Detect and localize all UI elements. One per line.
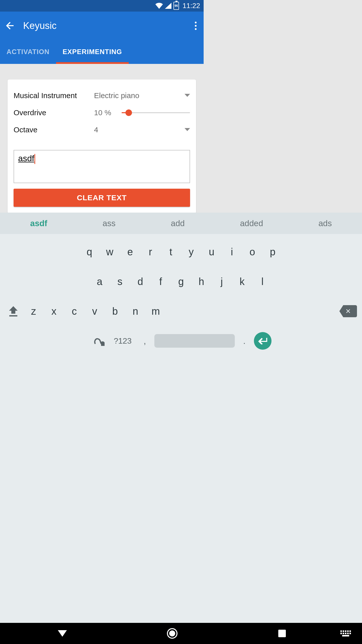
- text-field-container: asdf: [14, 150, 190, 183]
- symbols-key[interactable]: ?123: [110, 330, 135, 352]
- key-h[interactable]: h: [191, 270, 204, 293]
- key-d[interactable]: d: [130, 270, 151, 293]
- overdrive-row: Overdrive 10 %: [14, 104, 190, 121]
- wifi-icon: [155, 3, 163, 9]
- chevron-down-icon: [185, 128, 190, 132]
- key-e[interactable]: e: [120, 240, 140, 263]
- clear-text-button[interactable]: CLEAR TEXT: [14, 189, 190, 207]
- key-m[interactable]: m: [146, 300, 166, 323]
- suggestion-0[interactable]: asdf: [30, 219, 47, 228]
- instrument-label: Musical Instrument: [14, 91, 92, 100]
- text-caret: [34, 154, 35, 164]
- octave-dropdown[interactable]: 4: [92, 126, 190, 134]
- key-b[interactable]: b: [105, 300, 125, 323]
- slider-thumb[interactable]: [125, 109, 132, 116]
- battery-level: 96: [174, 4, 178, 8]
- text-input-value: asdf: [18, 153, 34, 163]
- back-button[interactable]: [5, 21, 15, 31]
- more-vert-icon: [195, 22, 197, 30]
- overdrive-label: Overdrive: [14, 108, 92, 117]
- key-u[interactable]: u: [201, 240, 204, 263]
- key-t[interactable]: t: [161, 240, 181, 263]
- keyboard-suggestions: asdf ass add added ads: [0, 213, 204, 234]
- octave-row: Octave 4: [14, 121, 190, 138]
- shift-underline-icon: [9, 315, 17, 316]
- key-a[interactable]: a: [89, 270, 110, 293]
- key-f[interactable]: f: [151, 270, 171, 293]
- chevron-down-icon: [185, 94, 190, 97]
- key-q[interactable]: q: [79, 240, 100, 263]
- octave-value: 4: [94, 126, 98, 134]
- suggestion-2[interactable]: add: [171, 219, 185, 228]
- overdrive-slider[interactable]: [122, 112, 190, 113]
- overdrive-control: 10 %: [92, 108, 190, 117]
- instrument-row: Musical Instrument Electric piano: [14, 87, 190, 104]
- gesture-icon: [94, 336, 105, 346]
- gesture-typing-key[interactable]: [90, 330, 108, 352]
- key-r[interactable]: r: [140, 240, 161, 263]
- overdrive-value: 10 %: [94, 108, 111, 117]
- spacebar-key[interactable]: [154, 334, 204, 348]
- text-input[interactable]: asdf: [14, 150, 190, 183]
- comma-key[interactable]: ,: [137, 330, 152, 352]
- key-y[interactable]: y: [181, 240, 201, 263]
- tab-bar: ACTIVATION EXPERIMENTING: [0, 40, 204, 64]
- shift-icon: [9, 306, 18, 314]
- clock: 11:22: [183, 2, 200, 10]
- key-w[interactable]: w: [100, 240, 120, 263]
- key-row-4: ?123 , .: [0, 328, 204, 354]
- soft-keyboard: q w e r t y u i o p a s d f g h j k l z …: [0, 234, 204, 362]
- key-row-1: q w e r t y u i o p: [0, 238, 204, 265]
- tab-experimenting[interactable]: EXPERIMENTING: [56, 40, 129, 64]
- shift-key[interactable]: [3, 300, 23, 323]
- instrument-dropdown[interactable]: Electric piano: [92, 91, 190, 100]
- key-row-2: a s d f g h j k l: [0, 268, 204, 295]
- key-v[interactable]: v: [84, 300, 105, 323]
- key-x[interactable]: x: [44, 300, 64, 323]
- content-area: Musical Instrument Electric piano Overdr…: [0, 64, 204, 213]
- settings-card: Musical Instrument Electric piano Overdr…: [8, 79, 196, 213]
- key-c[interactable]: c: [64, 300, 84, 323]
- overflow-menu-button[interactable]: [193, 20, 199, 32]
- instrument-value: Electric piano: [94, 91, 139, 100]
- app-title: Keyusic: [23, 20, 57, 31]
- cell-signal-icon: [165, 3, 171, 9]
- key-s[interactable]: s: [110, 270, 130, 293]
- tab-activation[interactable]: ACTIVATION: [0, 40, 56, 64]
- suggestion-1[interactable]: ass: [103, 219, 115, 228]
- key-g[interactable]: g: [171, 270, 191, 293]
- key-n[interactable]: n: [125, 300, 146, 323]
- app-bar: Keyusic: [0, 12, 204, 40]
- battery-icon: 96: [173, 2, 179, 10]
- key-z[interactable]: z: [23, 300, 44, 323]
- key-row-3: z x c v b n m ✕: [0, 298, 204, 325]
- octave-label: Octave: [14, 126, 92, 134]
- status-bar: 96 11:22: [0, 0, 204, 12]
